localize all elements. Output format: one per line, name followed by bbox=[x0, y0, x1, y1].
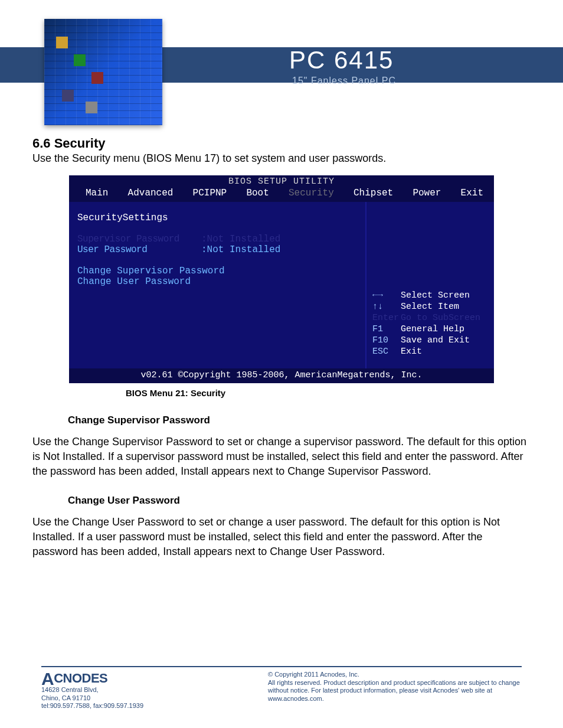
hint-text: Exit bbox=[401, 347, 422, 357]
bios-copyright: v02.61 ©Copyright 1985-2006, AmericanMeg… bbox=[69, 368, 494, 383]
page-content: 6.6 Security Use the Security menu (BIOS… bbox=[0, 124, 563, 559]
section-heading: 6.6 Security bbox=[32, 136, 531, 151]
footer-copyright: © Copyright 2011 Acnodes, Inc. All right… bbox=[268, 671, 522, 703]
para-change-supervisor: Use the Change Supervisor Password to se… bbox=[32, 435, 531, 478]
brand-logo: A CNODES bbox=[41, 671, 143, 686]
bios-tab-advanced[interactable]: Advanced bbox=[128, 188, 174, 198]
bios-action-change-user[interactable]: Change User Password bbox=[77, 276, 361, 287]
product-subtitle: 15" Fanless Panel PC bbox=[292, 76, 396, 86]
value: :Not Installed bbox=[201, 234, 280, 244]
arrows-lr-icon: ←→ bbox=[372, 290, 394, 301]
brand-a-icon: A bbox=[41, 672, 54, 685]
para-change-user: Use the Change User Password to set or c… bbox=[32, 515, 531, 559]
product-title: PC 6415 bbox=[289, 46, 394, 74]
hint-text: Save and Exit bbox=[401, 335, 470, 345]
brand-text: CNODES bbox=[54, 671, 107, 686]
bios-tab-exit[interactable]: Exit bbox=[461, 188, 483, 198]
hint-text: Select Item bbox=[401, 302, 459, 312]
bios-tab-pcipnp[interactable]: PCIPNP bbox=[193, 188, 227, 198]
bios-tab-bar: Main Advanced PCIPNP Boot Security Chips… bbox=[69, 187, 494, 202]
value: :Not Installed bbox=[201, 244, 280, 255]
hint-exit: ESC Exit bbox=[372, 347, 489, 357]
bios-tab-main[interactable]: Main bbox=[86, 188, 108, 198]
bios-tab-power[interactable]: Power bbox=[413, 188, 441, 198]
hint-enter: Enter Go to SubScreen bbox=[372, 313, 489, 323]
bios-help-pane: ←→ Select Screen ↑↓ Select Item Enter Go… bbox=[365, 202, 494, 368]
hint-save-exit: F10 Save and Exit bbox=[372, 335, 489, 345]
key-label: F10 bbox=[372, 335, 394, 345]
key-label: F1 bbox=[372, 324, 394, 334]
bios-row-user-password: User Password :Not Installed bbox=[77, 244, 361, 255]
bios-tab-boot[interactable]: Boot bbox=[246, 188, 269, 198]
addr-line-1: 14628 Central Blvd, bbox=[41, 686, 143, 694]
bios-tab-security[interactable]: Security bbox=[289, 188, 334, 198]
arrows-ud-icon: ↑↓ bbox=[372, 302, 394, 312]
addr-line-3: tel:909.597.7588, fax:909.597.1939 bbox=[41, 702, 143, 710]
key-label: ESC bbox=[372, 347, 394, 357]
hint-text: General Help bbox=[401, 324, 464, 334]
hint-text: Go to SubScreen bbox=[401, 313, 480, 323]
bios-tab-chipset[interactable]: Chipset bbox=[353, 188, 393, 198]
hint-text: Select Screen bbox=[401, 290, 470, 301]
hint-select-item: ↑↓ Select Item bbox=[372, 302, 489, 312]
section-intro: Use the Security menu (BIOS Menu 17) to … bbox=[32, 152, 531, 165]
bios-screenshot: BIOS SETUP UTILITY Main Advanced PCIPNP … bbox=[69, 175, 494, 383]
copy-line-2: All rights reserved. Product description… bbox=[268, 679, 522, 703]
label: Supervisor Password bbox=[77, 234, 201, 244]
bios-title: BIOS SETUP UTILITY bbox=[69, 175, 494, 187]
key-label: Enter bbox=[372, 313, 394, 323]
footer-left: A CNODES 14628 Central Blvd, Chino, CA 9… bbox=[41, 671, 143, 710]
addr-line-2: Chino, CA 91710 bbox=[41, 694, 143, 703]
hint-select-screen: ←→ Select Screen bbox=[372, 290, 489, 301]
hint-general-help: F1 General Help bbox=[372, 324, 489, 334]
bios-pane-heading: SecuritySettings bbox=[77, 213, 361, 223]
footer-address: 14628 Central Blvd, Chino, CA 91710 tel:… bbox=[41, 686, 143, 710]
figure-caption: BIOS Menu 21: Security bbox=[126, 388, 531, 398]
bios-left-pane: SecuritySettings Supervisor Password :No… bbox=[69, 202, 365, 368]
subhead-change-user: Change User Password bbox=[68, 495, 531, 507]
copy-line-1: © Copyright 2011 Acnodes, Inc. bbox=[268, 671, 522, 679]
label: User Password bbox=[77, 244, 201, 255]
footer-rule bbox=[41, 666, 522, 667]
header-image bbox=[44, 19, 162, 125]
bios-action-change-supervisor[interactable]: Change Supervisor Password bbox=[77, 266, 361, 276]
subhead-change-supervisor: Change Supervisor Password bbox=[68, 414, 531, 426]
page-header: PC 6415 15" Fanless Panel PC bbox=[0, 0, 563, 124]
bios-row-supervisor-password: Supervisor Password :Not Installed bbox=[77, 234, 361, 244]
page-footer: A CNODES 14628 Central Blvd, Chino, CA 9… bbox=[0, 666, 563, 710]
bios-body: SecuritySettings Supervisor Password :No… bbox=[69, 202, 494, 368]
